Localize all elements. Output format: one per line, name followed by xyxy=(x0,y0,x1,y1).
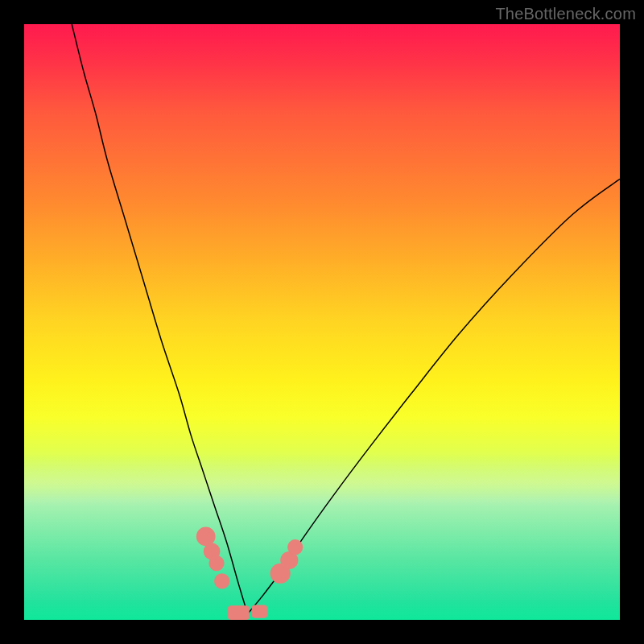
chart-stage: TheBottleneck.com xyxy=(0,0,644,644)
curve-right xyxy=(248,179,621,613)
marker-pill xyxy=(252,605,267,618)
marker-pill xyxy=(228,605,250,620)
watermark-text: TheBottleneck.com xyxy=(495,5,636,23)
marker-dot xyxy=(214,573,229,588)
marker-group xyxy=(196,527,303,620)
curve-layer xyxy=(24,24,620,620)
curve-left xyxy=(72,24,247,614)
marker-dot xyxy=(208,555,224,571)
marker-dot xyxy=(287,539,303,555)
plot-area xyxy=(24,24,620,620)
